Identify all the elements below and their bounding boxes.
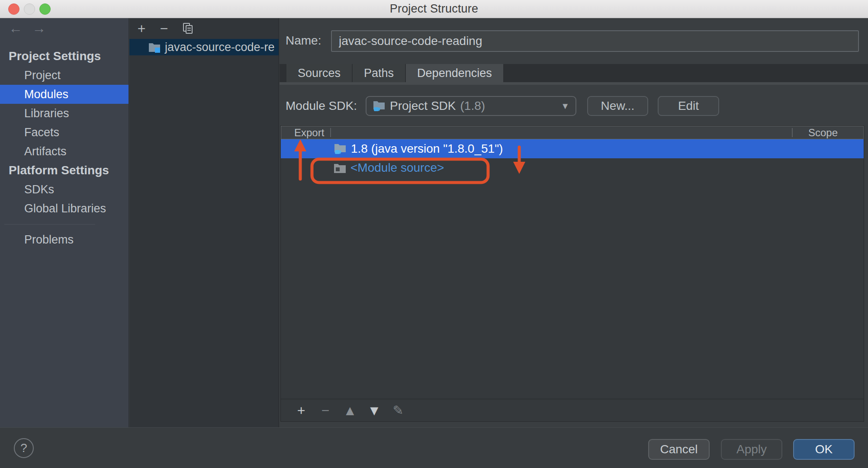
module-tree-item-label: javac-source-code-re [165, 41, 275, 54]
cancel-button[interactable]: Cancel [648, 439, 710, 460]
dependency-row-sdk[interactable]: 1.8 (java version "1.8.0_51") [281, 139, 864, 158]
copy-module-icon[interactable] [183, 23, 193, 34]
minimize-button[interactable] [24, 3, 35, 15]
title-bar: Project Structure [0, 0, 868, 18]
sidebar-item-facets[interactable]: Facets [0, 123, 129, 142]
dependency-row-module-source[interactable]: <Module source> [281, 158, 864, 177]
modules-list-panel: + − javac-source-code-re [129, 18, 279, 427]
sidebar-item-problems[interactable]: Problems [0, 230, 129, 249]
column-separator [330, 128, 331, 137]
add-dependency-icon[interactable]: + [295, 404, 308, 417]
sdk-new-button[interactable]: New... [587, 96, 648, 116]
dependency-row-label: <Module source> [350, 161, 444, 175]
back-icon[interactable]: ← [9, 21, 23, 35]
sdk-edit-button[interactable]: Edit [658, 96, 719, 116]
scope-column-header: Scope [808, 127, 838, 139]
tab-sources[interactable]: Sources [286, 64, 352, 82]
close-button[interactable] [8, 3, 19, 15]
add-module-icon[interactable]: + [136, 22, 147, 35]
zoom-button[interactable] [39, 3, 51, 15]
sidebar-item-global-libraries[interactable]: Global Libraries [0, 199, 129, 218]
dependencies-table: Export Scope 1.8 (java version "1.8.0_51… [280, 125, 864, 422]
window-title: Project Structure [390, 2, 478, 16]
selected-sdk-version: (1.8) [460, 99, 485, 113]
section-header-project-settings: Project Settings [0, 47, 129, 66]
traffic-lights [0, 0, 51, 18]
tab-paths[interactable]: Paths [353, 64, 405, 82]
tab-underline [280, 82, 868, 85]
sidebar-divider [4, 224, 95, 224]
remove-dependency-icon[interactable]: − [319, 404, 332, 417]
module-name-input[interactable] [331, 30, 859, 52]
sidebar-item-modules[interactable]: Modules [0, 85, 129, 104]
sidebar-item-sdks[interactable]: SDKs [0, 180, 129, 199]
remove-module-icon[interactable]: − [159, 22, 169, 35]
module-name-row: Name: [280, 18, 868, 64]
help-button[interactable]: ? [14, 438, 34, 458]
chevron-down-icon: ▼ [561, 101, 569, 111]
module-source-folder-icon [334, 162, 346, 174]
help-icon: ? [20, 441, 27, 455]
project-structure-dialog: Project Structure ← → Project Settings P… [0, 0, 868, 468]
module-sdk-label: Module SDK: [286, 99, 357, 113]
sdk-icon [334, 142, 347, 155]
settings-sidebar: ← → Project Settings Project Modules Lib… [0, 18, 129, 427]
forward-icon[interactable]: → [32, 21, 46, 35]
module-tree-item[interactable]: javac-source-code-re [129, 39, 279, 55]
module-editor-panel: Name: Sources Paths Dependencies Module … [280, 18, 868, 427]
dependencies-toolbar: + − ▲ ▼ ✎ [281, 399, 864, 421]
dialog-footer: ? Cancel Apply OK [0, 427, 868, 468]
module-sdk-row: Module SDK: Project SDK (1.8) ▼ New... E… [280, 96, 868, 116]
history-nav: ← → [0, 18, 129, 38]
section-header-platform-settings: Platform Settings [0, 161, 129, 180]
module-sdk-dropdown[interactable]: Project SDK (1.8) ▼ [366, 96, 576, 116]
sdk-icon [373, 99, 386, 112]
dependencies-table-body: 1.8 (java version "1.8.0_51") <Module so… [281, 139, 864, 399]
name-label: Name: [286, 34, 321, 48]
module-folder-icon [148, 42, 161, 53]
column-separator [792, 128, 793, 137]
apply-button[interactable]: Apply [721, 439, 782, 460]
export-column-header: Export [281, 127, 324, 139]
modules-toolbar: + − [129, 18, 279, 39]
tab-dependencies[interactable]: Dependencies [406, 64, 503, 82]
move-up-icon[interactable]: ▲ [343, 404, 356, 417]
dependencies-table-header: Export Scope [281, 126, 864, 139]
edit-dependency-icon[interactable]: ✎ [392, 404, 405, 417]
move-down-icon[interactable]: ▼ [367, 404, 380, 417]
sidebar-item-project[interactable]: Project [0, 66, 129, 85]
dependency-row-label: 1.8 (java version "1.8.0_51") [351, 142, 503, 156]
sidebar-item-libraries[interactable]: Libraries [0, 104, 129, 123]
editor-tabs: Sources Paths Dependencies [280, 64, 868, 82]
sidebar-item-artifacts[interactable]: Artifacts [0, 142, 129, 161]
selected-sdk-value: Project SDK [390, 99, 456, 113]
ok-button[interactable]: OK [793, 439, 855, 460]
